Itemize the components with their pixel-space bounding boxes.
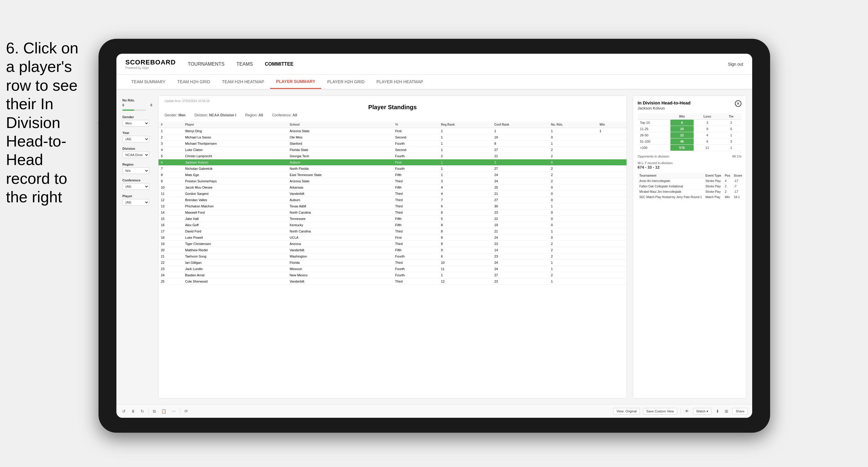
cell-win xyxy=(597,235,626,241)
logo-area: SCOREBOARD Powered by clippi xyxy=(125,59,176,69)
table-row[interactable]: 14 Maxwell Ford North Carolina Third 8 2… xyxy=(158,210,626,216)
cell-school: Washington xyxy=(287,253,393,259)
table-row[interactable]: 4 Luke Claton Florida State Second 1 27 … xyxy=(158,147,626,153)
table-row[interactable]: 6 Jackson Koivun Auburn First 1 2 0 xyxy=(158,159,626,166)
cell-num: 1 xyxy=(158,128,183,134)
t-cell-pos: 4 xyxy=(723,179,732,184)
sub-nav-player-h2h-grid[interactable]: PLAYER H2H GRID xyxy=(321,74,370,89)
table-row[interactable]: 10 Jacob Mou Olesee Arkansas Fifth 4 25 … xyxy=(158,184,626,191)
sub-nav-team-h2h-grid[interactable]: TEAM H2H GRID xyxy=(171,74,216,89)
sub-nav: TEAM SUMMARY TEAM H2H GRID TEAM H2H HEAT… xyxy=(116,74,752,90)
cell-rds: 2 xyxy=(549,147,597,153)
table-row[interactable]: 13 Phichaksn Maichon Texas A&M Third 6 3… xyxy=(158,203,626,210)
copy-icon[interactable]: ⧉ xyxy=(152,409,157,414)
cell-player: Michael La Sasso xyxy=(183,134,287,141)
region-select[interactable]: N/a xyxy=(122,167,149,174)
table-row[interactable]: 18 Luke Powell UCLA First 8 24 0 xyxy=(158,235,626,241)
cell-player: Jake Hall xyxy=(183,216,287,222)
table-row[interactable]: 22 Ian Gilligan Florida Third 10 24 1 xyxy=(158,259,626,266)
cell-num: 17 xyxy=(158,228,183,235)
table-row[interactable]: 5 Christo Lamprecht Georgia Tech Fourth … xyxy=(158,153,626,159)
cell-reg: 1 xyxy=(438,172,492,178)
sub-nav-player-h2h-heatmap[interactable]: PLAYER H2H HEATMAP xyxy=(370,74,429,89)
table-row[interactable]: 1 Wenyi Ding Arizona State First 1 1 1 1 xyxy=(158,128,626,134)
h2h-row: 26-50 22 4 1 xyxy=(638,132,741,138)
view-original-button[interactable]: View: Original xyxy=(613,408,640,414)
table-row[interactable]: 15 Jake Hall Tennessee Fifth 5 22 0 xyxy=(158,216,626,222)
table-row[interactable]: 19 Tiger Christensen Arizona Third 8 23 … xyxy=(158,241,626,247)
table-row[interactable]: 16 Alex Goff Kentucky Fifth 8 19 0 xyxy=(158,222,626,228)
cell-num: 18 xyxy=(158,235,183,241)
h2h-rank-label: 26-50 xyxy=(638,132,671,138)
h2h-close-button[interactable]: ✕ xyxy=(735,100,741,107)
t-col-score: Score xyxy=(732,173,744,179)
cell-reg: 6 xyxy=(438,253,492,259)
year-select[interactable]: (All) xyxy=(122,136,149,142)
table-row[interactable]: 23 Jack Lundin Missouri Fourth 11 24 1 xyxy=(158,266,626,272)
nav-committee[interactable]: COMMITTEE xyxy=(265,60,293,68)
cell-conf: 23 xyxy=(492,210,549,216)
table-row[interactable]: 11 Gordon Sargent Vanderbilt Third 4 21 … xyxy=(158,191,626,197)
cell-rds: 1 xyxy=(549,259,597,266)
cell-player: Luke Powell xyxy=(183,235,287,241)
h2h-loss-cell: 11 xyxy=(694,145,721,151)
player-select[interactable]: (All) xyxy=(122,199,149,206)
table-row[interactable]: 24 Bastien Amat New Mexico Fourth 1 27 2 xyxy=(158,272,626,278)
cell-yr: Third xyxy=(393,178,438,184)
h2h-title-area: In Division Head-to-Head Jackson Koivun xyxy=(638,100,691,111)
standings-table: # Player School Yr Reg Rank Conf Rank No… xyxy=(158,121,626,285)
sub-nav-team-h2h-heatmap[interactable]: TEAM H2H HEATMAP xyxy=(216,74,270,89)
gender-select[interactable]: Men xyxy=(122,120,149,127)
h2h-rank-label: >100 xyxy=(638,145,671,151)
cell-rds: 2 xyxy=(549,178,597,184)
cell-rds: 1 xyxy=(549,228,597,235)
cell-conf: 27 xyxy=(492,197,549,203)
watch-button[interactable]: Watch ▾ xyxy=(693,408,712,415)
division-label: Division xyxy=(122,147,152,150)
table-row[interactable]: 8 Mats Ege East Tennessee State Fifth 1 … xyxy=(158,172,626,178)
cell-reg: 12 xyxy=(438,278,492,285)
no-rds-sub: 6 xyxy=(150,103,152,107)
cell-school: Florida xyxy=(287,259,393,266)
table-row[interactable]: 25 Cole Sherwood Vanderbilt Third 12 23 … xyxy=(158,278,626,285)
table-row[interactable]: 20 Matthew Riedel Vanderbilt Fifth 9 14 … xyxy=(158,247,626,253)
save-custom-button[interactable]: Save Custom View xyxy=(643,408,677,414)
cell-reg: 1 xyxy=(438,147,492,153)
table-row[interactable]: 17 David Ford North Carolina Third 8 21 … xyxy=(158,228,626,235)
division-select[interactable]: NCAA Division I xyxy=(122,152,149,158)
share-button[interactable]: Share xyxy=(733,408,748,414)
paste-icon[interactable]: 📋 xyxy=(160,409,167,413)
nav-tournaments[interactable]: TOURNAMENTS xyxy=(188,60,224,68)
no-rds-slider[interactable] xyxy=(122,110,146,111)
table-row[interactable]: 9 Preston Summerhays Arizona State Third… xyxy=(158,178,626,184)
cell-win xyxy=(597,278,626,285)
cell-conf: 21 xyxy=(492,228,549,235)
cell-conf: 2 xyxy=(492,159,549,166)
more-icon[interactable]: ⋯ xyxy=(170,409,177,413)
tournament-row: Fallen Oak Collegiate Invitational Strok… xyxy=(638,184,744,189)
col-win: Win xyxy=(597,121,626,128)
cell-school: Vanderbilt xyxy=(287,191,393,197)
cell-win xyxy=(597,259,626,266)
conference-select[interactable]: (All) xyxy=(122,183,149,190)
pause-icon[interactable]: ⏸ xyxy=(130,409,136,413)
table-row[interactable]: 12 Brendan Valles Auburn Third 7 27 0 xyxy=(158,197,626,203)
region-label: Region xyxy=(122,163,152,166)
table-row[interactable]: 7 Nicholas Gabrelcik North Florida Fourt… xyxy=(158,166,626,172)
cell-rds: 1 xyxy=(549,266,597,272)
grid-icon[interactable]: ⊞ xyxy=(723,409,730,413)
sub-nav-team-summary[interactable]: TEAM SUMMARY xyxy=(125,74,171,89)
undo-icon[interactable]: ↺ xyxy=(121,409,127,413)
cell-conf: 1 xyxy=(492,128,549,134)
nav-teams[interactable]: TEAMS xyxy=(237,60,253,68)
sub-nav-player-summary[interactable]: PLAYER SUMMARY xyxy=(270,74,321,89)
cell-win xyxy=(597,216,626,222)
sign-out-button[interactable]: Sign out xyxy=(728,62,743,66)
table-row[interactable]: 3 Michael Thorbjornsen Stanford Fourth 1… xyxy=(158,141,626,147)
cell-rds: 0 xyxy=(549,191,597,197)
download-icon[interactable]: ⬇ xyxy=(715,409,720,413)
table-row[interactable]: 21 Taehoon Song Washington Fourth 6 23 2 xyxy=(158,253,626,259)
redo-icon[interactable]: ↻ xyxy=(140,409,145,413)
table-row[interactable]: 2 Michael La Sasso Ole Miss Second 1 19 … xyxy=(158,134,626,141)
refresh-icon[interactable]: ⟳ xyxy=(183,409,189,413)
